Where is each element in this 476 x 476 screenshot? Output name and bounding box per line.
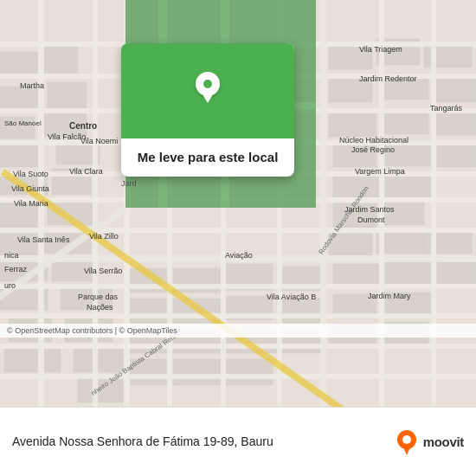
svg-rect-71	[0, 228, 476, 233]
svg-rect-6	[43, 113, 87, 137]
svg-marker-94	[403, 447, 410, 455]
svg-rect-39	[381, 201, 424, 225]
svg-rect-13	[0, 234, 39, 255]
svg-rect-60	[225, 359, 273, 385]
svg-rect-16	[52, 260, 95, 281]
svg-rect-55	[277, 299, 320, 323]
popup-card[interactable]: Me leve para este local	[121, 43, 294, 177]
svg-rect-4	[48, 82, 87, 108]
svg-rect-11	[0, 203, 43, 228]
pin-tail	[203, 94, 213, 103]
svg-rect-22	[4, 346, 61, 372]
svg-rect-23	[78, 376, 125, 402]
svg-rect-72	[0, 255, 476, 262]
svg-rect-27	[329, 78, 372, 102]
svg-point-93	[402, 435, 411, 444]
popup-text-area[interactable]: Me leve para este local	[121, 138, 294, 177]
moovit-logo-icon	[394, 429, 420, 455]
svg-rect-85	[431, 0, 436, 407]
svg-rect-32	[433, 111, 476, 135]
moovit-icon-svg	[394, 429, 420, 455]
popup-header	[121, 43, 294, 138]
location-pin-icon	[192, 72, 223, 110]
map-container: Martha São Manoel Vila Falcão Centro Vil…	[0, 0, 476, 407]
copyright-bar: © OpenStreetMap contributors | © OpenMap…	[0, 324, 476, 338]
svg-rect-36	[333, 173, 381, 197]
svg-rect-2	[43, 43, 78, 74]
svg-rect-33	[333, 143, 376, 167]
bottom-bar: Avenida Nossa Senhora de Fátima 19-89, B…	[0, 407, 476, 476]
svg-rect-35	[437, 143, 476, 167]
svg-rect-64	[130, 359, 169, 385]
moovit-text: moovit	[423, 434, 464, 449]
svg-rect-44	[385, 260, 433, 286]
pin-circle	[196, 72, 220, 96]
svg-rect-3	[0, 87, 43, 108]
svg-rect-17	[61, 286, 113, 310]
address-text: Avenida Nossa Senhora de Fátima 19-89, B…	[12, 434, 385, 451]
svg-rect-30	[329, 113, 376, 137]
svg-rect-73	[0, 284, 476, 289]
svg-rect-76	[0, 374, 476, 379]
svg-rect-29	[433, 76, 476, 102]
svg-rect-38	[333, 203, 376, 228]
svg-rect-75	[0, 344, 476, 349]
copyright-text: © OpenStreetMap contributors | © OpenMap…	[7, 326, 177, 335]
svg-rect-47	[385, 293, 433, 317]
svg-rect-78	[93, 0, 98, 407]
svg-rect-21	[74, 346, 125, 372]
svg-rect-59	[173, 359, 221, 385]
svg-rect-45	[437, 261, 476, 286]
popup-title: Me leve para este local	[133, 149, 282, 166]
svg-rect-5	[0, 117, 35, 138]
svg-rect-84	[379, 0, 384, 407]
svg-rect-24	[329, 43, 372, 69]
pin-dot	[203, 80, 212, 88]
svg-rect-8	[0, 143, 39, 167]
svg-rect-62	[130, 299, 169, 323]
svg-rect-83	[320, 0, 327, 407]
moovit-logo: moovit	[394, 429, 464, 455]
svg-rect-40	[329, 234, 372, 255]
svg-rect-74	[0, 313, 476, 318]
